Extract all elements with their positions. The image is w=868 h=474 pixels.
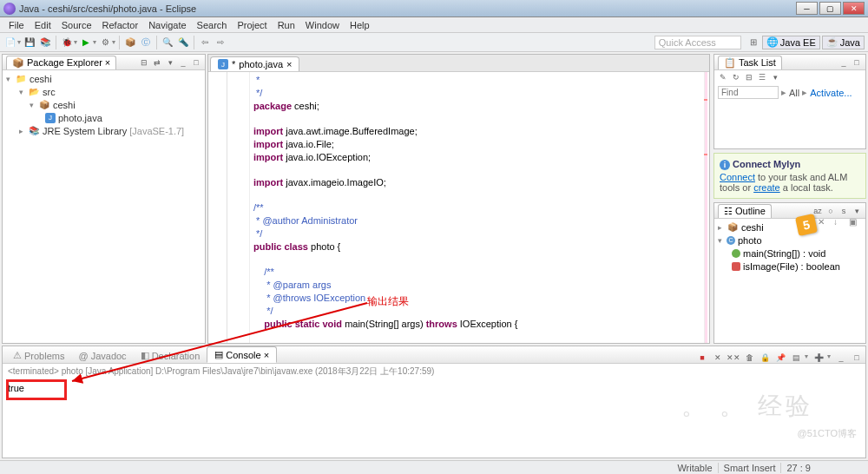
maximize-button[interactable]: ▢	[819, 2, 841, 15]
maximize-icon[interactable]: □	[191, 57, 201, 68]
new-package-button[interactable]: 📦	[123, 36, 137, 49]
outline-class[interactable]: ▾ C photo	[716, 234, 864, 247]
quick-access-input[interactable]: Quick Access	[654, 36, 741, 49]
mylyn-create-link[interactable]: create	[753, 182, 780, 193]
minimize-icon[interactable]: _	[836, 352, 846, 363]
new-class-button[interactable]: Ⓒ	[139, 36, 153, 49]
expand-icon[interactable]: ▾	[17, 88, 25, 96]
run-ext-dropdown[interactable]: ▾	[112, 38, 115, 46]
console-output[interactable]: true	[3, 379, 865, 458]
terminate-icon[interactable]: ■	[697, 352, 707, 363]
perspective-java[interactable]: ☕Java	[822, 36, 865, 49]
debug-button[interactable]: 🐞	[60, 36, 74, 49]
menu-edit[interactable]: Edit	[30, 20, 56, 30]
new-dropdown[interactable]: ▾	[17, 38, 21, 46]
tree-project[interactable]: ▾ 📁 ceshi	[4, 72, 203, 85]
forward-button[interactable]: ⇨	[214, 36, 227, 49]
tab-javadoc[interactable]: @Javadoc	[71, 349, 133, 363]
hide-fields-icon[interactable]: ○	[825, 206, 836, 216]
minimize-icon[interactable]: _	[838, 57, 849, 68]
tab-declaration[interactable]: ◧Declaration	[134, 348, 207, 363]
debug-dropdown[interactable]: ▾	[74, 38, 77, 46]
outline-method-main[interactable]: main(String[]) : void	[716, 247, 864, 260]
close-icon[interactable]: ×	[286, 59, 292, 69]
collapse-icon[interactable]: ⊟	[744, 72, 754, 82]
mini-btn[interactable]: ▣	[849, 217, 861, 229]
maximize-icon[interactable]: □	[852, 57, 862, 68]
outline-method-isimage[interactable]: isImage(File) : boolean	[716, 260, 864, 273]
tab-problems[interactable]: ⚠Problems	[6, 348, 71, 363]
perspective-javaee[interactable]: 🌐Java EE	[762, 36, 820, 49]
folding-ruler[interactable]	[219, 72, 227, 343]
expand-icon[interactable]: ▾	[4, 75, 12, 83]
collapse-all-icon[interactable]: ⊟	[139, 57, 149, 68]
remove-all-icon[interactable]: ✕✕	[728, 352, 739, 363]
task-find-input[interactable]	[718, 86, 779, 99]
close-icon[interactable]: ×	[105, 57, 110, 68]
open-console-icon[interactable]: ➕	[813, 352, 824, 363]
open-perspective-button[interactable]: ⊞	[746, 36, 760, 49]
menu-run[interactable]: Run	[273, 20, 300, 30]
menu-project[interactable]: Project	[232, 20, 272, 30]
editor-tab-photo[interactable]: J *photo.java ×	[210, 56, 299, 71]
save-button[interactable]: 💾	[23, 36, 36, 49]
mylyn-connect-link[interactable]: Connect	[720, 172, 755, 182]
tree-src[interactable]: ▾ 📂 src	[4, 85, 203, 98]
back-button[interactable]: ⇦	[198, 36, 212, 49]
run-button[interactable]: ▶	[79, 36, 93, 49]
run-dropdown[interactable]: ▾	[93, 38, 96, 46]
menu-window[interactable]: Window	[300, 20, 345, 30]
perspective-switcher: ⊞ 🌐Java EE ☕Java	[746, 36, 865, 49]
sort-icon[interactable]: az	[812, 206, 823, 216]
view-menu-icon[interactable]: ▾	[770, 72, 780, 82]
search-button[interactable]: 🔦	[176, 36, 190, 49]
outline-tab[interactable]: ☷ Outline	[718, 204, 772, 218]
pin-console-icon[interactable]: 📌	[775, 352, 786, 363]
hide-static-icon[interactable]: s	[838, 206, 849, 216]
overview-ruler[interactable]	[704, 72, 707, 343]
package-explorer-tab[interactable]: 📦 Package Explorer ×	[6, 56, 116, 69]
expand-icon[interactable]: ▾	[716, 236, 724, 245]
clear-console-icon[interactable]: 🗑	[744, 352, 754, 363]
expand-icon[interactable]: ▾	[28, 101, 36, 109]
expand-icon[interactable]: ▸	[17, 127, 25, 135]
menu-help[interactable]: Help	[345, 20, 375, 30]
mini-btn[interactable]: ✕	[818, 217, 830, 229]
save-all-button[interactable]: 📚	[38, 36, 52, 49]
minimize-button[interactable]: ─	[796, 2, 818, 15]
menu-file[interactable]: File	[3, 20, 30, 30]
minimize-icon[interactable]: _	[178, 57, 188, 68]
remove-launch-icon[interactable]: ✕	[713, 352, 723, 363]
tree-package[interactable]: ▾ 📦 ceshi	[4, 98, 203, 111]
close-button[interactable]: ✕	[843, 2, 865, 15]
view-menu-icon[interactable]: ▾	[165, 57, 175, 68]
new-task-icon[interactable]: ✎	[718, 72, 728, 82]
menu-refactor[interactable]: Refactor	[97, 20, 144, 30]
display-console-icon[interactable]: ▤	[791, 352, 801, 363]
tree-java-file[interactable]: J photo.java	[4, 111, 203, 124]
sync-icon[interactable]: ↻	[731, 72, 741, 82]
console-icon: ▤	[214, 349, 223, 360]
link-editor-icon[interactable]: ⇄	[152, 57, 162, 68]
expand-icon[interactable]: ▸	[716, 223, 724, 232]
task-activate-link[interactable]: Activate...	[810, 88, 852, 98]
filter-icon[interactable]: ☰	[757, 72, 767, 82]
code-text[interactable]: * */ package ceshi; import java.awt.imag…	[250, 72, 709, 343]
menu-navigate[interactable]: Navigate	[143, 20, 191, 30]
menu-source[interactable]: Source	[56, 20, 97, 30]
new-button[interactable]: 📄	[3, 36, 17, 49]
task-list-tab[interactable]: 📋 Task List	[718, 56, 782, 69]
tab-console[interactable]: ▤Console×	[207, 346, 277, 363]
code-editor[interactable]: * */ package ceshi; import java.awt.imag…	[208, 72, 709, 343]
public-method-icon	[732, 249, 740, 258]
mini-btn[interactable]: ↓	[833, 217, 845, 229]
tree-jre-library[interactable]: ▸ 📚 JRE System Library [JavaSE-1.7]	[4, 124, 203, 137]
maximize-icon[interactable]: □	[852, 352, 862, 363]
scroll-lock-icon[interactable]: 🔒	[760, 352, 770, 363]
close-icon[interactable]: ×	[264, 350, 269, 360]
open-type-button[interactable]: 🔍	[161, 36, 174, 49]
menu-search[interactable]: Search	[192, 20, 233, 30]
view-menu-icon[interactable]: ▾	[852, 206, 862, 216]
run-ext-button[interactable]: ⚙	[98, 36, 112, 49]
task-all-label[interactable]: All	[789, 88, 799, 98]
